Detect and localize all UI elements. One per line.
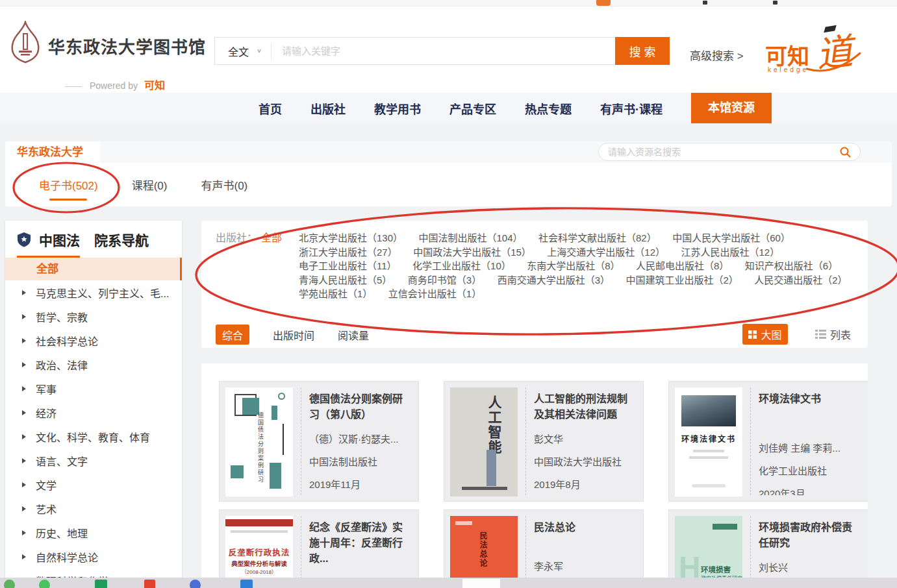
taskbar-app-icon[interactable] <box>39 580 50 588</box>
publisher-link[interactable]: 电子工业出版社（11） <box>299 260 397 271</box>
book-date: 2019年8月 <box>534 477 637 491</box>
publisher-link[interactable]: 中国政法大学出版社（15） <box>413 247 531 258</box>
resource-search-input[interactable] <box>608 147 839 157</box>
sidebar-item[interactable]: 文学 <box>5 472 182 496</box>
sidebar-item[interactable]: 社会科学总论 <box>5 328 182 352</box>
sidebar-tab-clc[interactable]: 中图法 <box>17 230 80 258</box>
taskbar-app-icon[interactable] <box>240 580 253 588</box>
publisher-link[interactable]: 江苏人民出版社（12） <box>681 247 779 258</box>
keyword-search-input[interactable] <box>272 45 615 56</box>
sort-publish-date[interactable]: 出版时间 <box>273 327 314 343</box>
sidebar-tab-departments[interactable]: 院系导航 <box>94 230 149 258</box>
view-list-button[interactable]: 列表 <box>815 326 851 342</box>
book-cover: 德国债法分则案例研习 <box>225 387 293 496</box>
sidebar-item[interactable]: 军事 <box>5 376 182 400</box>
publisher-link[interactable]: 化学工业出版社（10） <box>412 260 511 271</box>
view-large-button[interactable]: 大图 <box>742 324 788 345</box>
publisher-filter-all[interactable]: 全部 <box>261 231 282 301</box>
taskbar-app-icon[interactable] <box>190 580 201 588</box>
cover-title: 人工智能 <box>484 395 503 455</box>
publisher-link[interactable]: 东南大学出版社（8） <box>527 260 620 271</box>
sidebar-item[interactable]: 艺术 <box>5 496 182 521</box>
taskbar-app-icon[interactable] <box>4 580 15 588</box>
book-author: 刘长兴 <box>759 560 862 574</box>
nav-item-textbooks[interactable]: 教学用书 <box>374 100 421 117</box>
sidebar-item[interactable]: 文化、科学、教育、体育 <box>5 424 182 448</box>
nav-item-hot-topics[interactable]: 热点专题 <box>525 100 572 117</box>
publisher-filter-label: 出版社： <box>216 231 257 301</box>
browser-control-icon[interactable] <box>703 1 707 5</box>
sort-bar: 综合 出版时间 阅读量 大图 列表 <box>201 321 868 348</box>
search-icon[interactable] <box>839 146 851 158</box>
publisher-link[interactable]: 中国法制出版社（104） <box>419 232 523 243</box>
advanced-search-link[interactable]: 高级搜索 > <box>690 47 744 63</box>
org-tab[interactable]: 华东政法大学 <box>5 141 100 163</box>
publisher-link[interactable]: 上海交通大学出版社（12） <box>547 247 665 258</box>
caret-right-icon <box>22 434 26 439</box>
publisher-link[interactable]: 社会科学文献出版社（82） <box>538 232 657 243</box>
search-scope-dropdown[interactable]: 全文 ∨ <box>215 43 271 59</box>
caret-right-icon <box>22 386 26 391</box>
nav-item-publishers[interactable]: 出版社 <box>310 100 346 117</box>
publisher-link[interactable]: 青海人民出版社（5） <box>299 275 392 286</box>
publisher-link[interactable]: 浙江大学出版社（27） <box>299 247 398 258</box>
sidebar-item[interactable]: 语言、文字 <box>5 448 182 472</box>
book-card[interactable]: 反垄断行政执法 典型案件分析与解读 （2008-2018） 纪念《反垄断法》实施… <box>219 509 419 588</box>
nav-item-product-zone[interactable]: 产品专区 <box>449 100 496 117</box>
publisher-link[interactable]: 立信会计出版社（1） <box>388 288 481 299</box>
book-card[interactable]: H 环境损害 政府补偿责任研究 环境损害政府补偿责任研究 刘长兴 <box>668 509 868 588</box>
sort-read-count[interactable]: 阅读量 <box>338 327 369 343</box>
book-author: （德）汉斯·约瑟夫... <box>309 432 412 445</box>
chevron-down-icon: ∨ <box>257 47 262 54</box>
book-grid: 德国债法分则案例研习 德国债法分则案例研习（第八版） （德）汉斯·约瑟夫... … <box>201 363 868 588</box>
taskbar-app-icon[interactable] <box>144 580 155 588</box>
publisher-link[interactable]: 人民邮电出版社（8） <box>636 260 729 271</box>
sidebar-item[interactable]: 马克思主义、列宁主义、毛... <box>5 280 182 304</box>
caret-right-icon <box>22 458 26 463</box>
publisher-link[interactable]: 中国人民大学出版社（60） <box>672 232 790 243</box>
cover-years: （2008-2018） <box>225 568 293 575</box>
sidebar-item[interactable]: 哲学、宗教 <box>5 304 182 328</box>
publisher-link[interactable]: 知识产权出版社（6） <box>745 260 838 271</box>
caret-right-icon <box>22 554 26 559</box>
org-tab-row: 华东政法大学 <box>5 141 892 163</box>
publisher-link[interactable]: 商务印书馆（3） <box>408 275 481 286</box>
caret-right-icon <box>22 314 26 319</box>
book-title: 民法总论 <box>534 520 637 535</box>
book-card[interactable]: 民法总论 民法总论 李永军 <box>444 509 644 588</box>
university-emblem-logo <box>10 21 40 64</box>
publisher-link[interactable]: 人民交通出版社（2） <box>754 275 847 286</box>
tab-ebooks[interactable]: 电子书(502) <box>39 177 98 201</box>
category-sidebar: 中图法 院系导航 全部 马克思主义、列宁主义、毛... 哲学、宗教 社会科学总论… <box>5 221 182 588</box>
nav-item-home[interactable]: 首页 <box>259 100 282 117</box>
book-title: 德国债法分则案例研习（第八版） <box>309 391 412 423</box>
keledge-logo-sub: keledge <box>768 66 809 73</box>
book-card[interactable]: 德国债法分则案例研习 德国债法分则案例研习（第八版） （德）汉斯·约瑟夫... … <box>219 381 419 502</box>
browser-extension-icon[interactable] <box>596 0 611 6</box>
sidebar-item-all[interactable]: 全部 <box>5 258 182 280</box>
sidebar-item[interactable]: 历史、地理 <box>5 521 182 545</box>
list-view-icon <box>815 330 826 339</box>
publisher-link[interactable]: 学苑出版社（1） <box>299 288 372 299</box>
publisher-link[interactable]: 西南交通大学出版社（3） <box>498 275 610 286</box>
sort-comprehensive-button[interactable]: 综合 <box>216 325 249 345</box>
sidebar-item[interactable]: 经济 <box>5 400 182 424</box>
search-button[interactable]: 搜 索 <box>615 37 670 65</box>
browser-control-icon[interactable] <box>773 1 777 5</box>
publisher-link[interactable]: 北京大学出版社（130） <box>299 232 403 243</box>
cover-title: 德国债法分则案例研习 <box>257 412 265 484</box>
book-card[interactable]: 环境法律文书 环境法律文书 刘佳娉 主编 李莉... 化学工业出版社 2020年… <box>668 381 868 502</box>
book-publisher: 中国法制出版社 <box>309 454 412 468</box>
taskbar-app-icon[interactable] <box>95 580 107 588</box>
sidebar-item[interactable]: 自然科学总论 <box>5 545 182 569</box>
tab-courses[interactable]: 课程(0) <box>132 177 168 201</box>
nav-item-library-resources[interactable]: 本馆资源 <box>691 93 772 123</box>
sidebar-item[interactable]: 政治、法律 <box>5 352 182 376</box>
main-nav: 首页 出版社 教学用书 产品专区 热点专题 有声书·课程 本馆资源 <box>0 93 897 123</box>
publisher-link[interactable]: 中国建筑工业出版社（2） <box>625 275 738 286</box>
book-card[interactable]: 人工智能 人工智能的刑法规制及其相关法律问题 彭文华 中国政法大学出版社 201… <box>444 381 644 502</box>
tab-audiobooks[interactable]: 有声书(0) <box>201 177 247 201</box>
nav-item-audiobooks-courses[interactable]: 有声书·课程 <box>600 100 663 117</box>
powered-by: ——Powered by可知 <box>65 77 165 92</box>
taskbar-item[interactable] <box>462 579 500 588</box>
